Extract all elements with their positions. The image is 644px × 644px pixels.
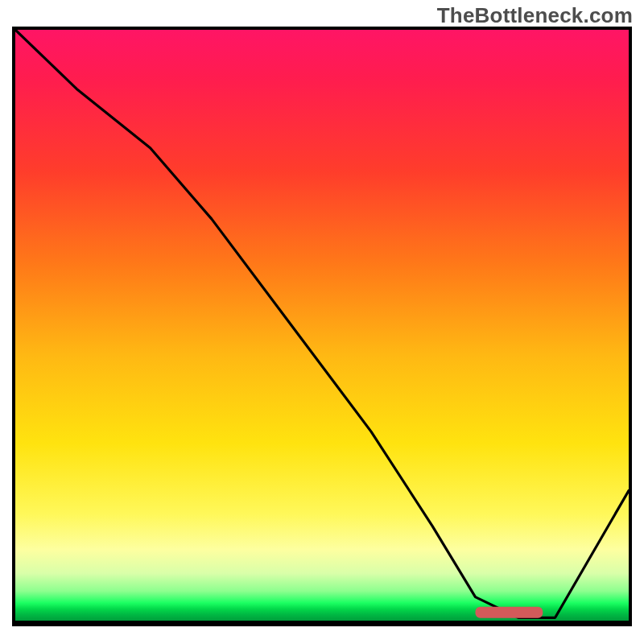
curve-overlay: [15, 30, 629, 621]
bottleneck-curve: [15, 30, 629, 617]
watermark-text: TheBottleneck.com: [437, 3, 633, 28]
bottleneck-chart: TheBottleneck.com: [0, 0, 644, 644]
plot-area: [12, 27, 632, 626]
optimal-range-marker: [476, 607, 543, 618]
